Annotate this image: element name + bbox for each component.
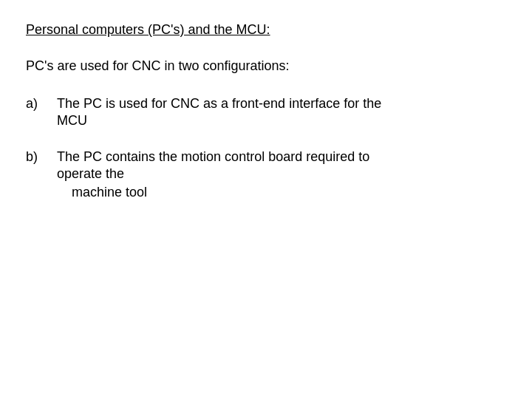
item-b-line3: machine tool xyxy=(72,185,510,200)
config-item-a: a) The PC is used for CNC as a front-end… xyxy=(26,96,510,129)
item-a-row: a) The PC is used for CNC as a front-end… xyxy=(26,96,510,112)
config-list: a) The PC is used for CNC as a front-end… xyxy=(26,96,510,200)
slide-container: Personal computers (PC's) and the MCU: P… xyxy=(0,0,532,399)
item-b-row: b) The PC contains the motion control bo… xyxy=(26,149,510,165)
item-b-label: b) xyxy=(26,149,57,165)
item-b-line2: operate the xyxy=(57,166,510,182)
item-a-label: a) xyxy=(26,96,57,112)
item-a-line1: The PC is used for CNC as a front-end in… xyxy=(57,96,510,112)
intro-text: PC's are used for CNC in two configurati… xyxy=(26,58,510,74)
item-a-line2: MCU xyxy=(57,113,510,129)
config-item-b: b) The PC contains the motion control bo… xyxy=(26,149,510,200)
slide-title: Personal computers (PC's) and the MCU: xyxy=(26,22,510,38)
item-b-line1: The PC contains the motion control board… xyxy=(57,149,510,165)
